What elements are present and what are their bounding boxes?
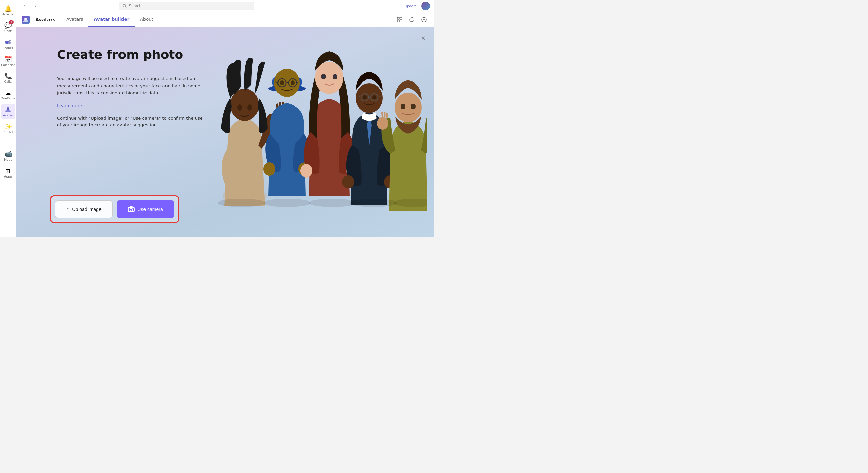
app-title: Avatars xyxy=(35,17,55,22)
svg-line-58 xyxy=(387,113,387,118)
app-header: Avatars Avatars Avatar builder About xyxy=(16,12,434,27)
onedrive-icon: ☁ xyxy=(4,89,12,96)
svg-line-5 xyxy=(125,7,126,8)
sidebar-item-chat[interactable]: 💬 3 Chat xyxy=(1,20,15,35)
upload-label: Upload image xyxy=(72,207,101,212)
learn-more-link[interactable]: Learn more xyxy=(57,103,82,108)
user-avatar[interactable] xyxy=(421,2,430,10)
avatar-sidebar-icon xyxy=(4,106,12,113)
svg-point-52 xyxy=(401,104,405,109)
sidebar-item-onedrive[interactable]: ☁ OneDrive xyxy=(1,87,15,102)
header-icon-1[interactable] xyxy=(395,15,404,24)
update-button[interactable]: Update xyxy=(403,3,419,9)
sidebar-item-activity[interactable]: 🔔 Activity xyxy=(1,3,15,18)
svg-point-17 xyxy=(247,104,252,111)
page-title: Create from photo xyxy=(57,47,206,62)
svg-rect-7 xyxy=(397,17,399,19)
sidebar-item-calendar[interactable]: 📅 Calendar xyxy=(1,53,15,69)
sidebar-label-activity: Activity xyxy=(2,13,14,16)
sidebar-label-copilot: Copilot xyxy=(3,131,14,134)
sidebar-label-meet: Meet xyxy=(4,158,12,162)
svg-point-65 xyxy=(350,199,397,207)
search-icon xyxy=(123,4,127,8)
calls-icon: 📞 xyxy=(4,72,12,80)
avatar-illustration xyxy=(207,34,427,220)
svg-point-48 xyxy=(372,95,376,99)
tab-avatars[interactable]: Avatars xyxy=(61,12,88,27)
tab-about[interactable]: About xyxy=(135,12,158,27)
svg-point-39 xyxy=(300,164,312,178)
camera-label: Use camera xyxy=(137,207,163,212)
svg-point-68 xyxy=(130,208,133,211)
main-content: ‹ › Update Avatars Avatars Avatar builde… xyxy=(16,0,434,237)
teams-icon xyxy=(4,39,12,46)
camera-icon xyxy=(128,206,135,213)
svg-rect-2 xyxy=(8,42,11,44)
search-input[interactable] xyxy=(129,4,250,8)
tab-avatar-builder[interactable]: Avatar builder xyxy=(88,12,135,27)
sidebar-label-calendar: Calendar xyxy=(1,64,15,67)
svg-point-32 xyxy=(280,80,284,85)
header-icon-add[interactable] xyxy=(419,15,429,24)
titlebar-right: Update xyxy=(403,2,430,10)
sidebar-item-teams[interactable]: Teams xyxy=(1,37,15,52)
svg-point-47 xyxy=(363,95,367,99)
back-button[interactable]: ‹ xyxy=(20,2,28,10)
header-icon-refresh[interactable] xyxy=(407,15,417,24)
svg-point-51 xyxy=(395,93,422,122)
chat-badge: 3 xyxy=(9,20,14,24)
svg-line-56 xyxy=(382,112,383,117)
svg-point-41 xyxy=(356,83,383,113)
svg-rect-8 xyxy=(400,17,402,19)
svg-rect-9 xyxy=(397,20,399,22)
apps-icon: ⊞ xyxy=(4,167,12,174)
confirm-text: Continue with "Upload image" or "Use cam… xyxy=(57,115,206,129)
svg-point-37 xyxy=(321,74,326,79)
search-box[interactable] xyxy=(119,2,254,10)
svg-point-36 xyxy=(315,62,343,94)
sidebar-label-onedrive: OneDrive xyxy=(1,97,15,100)
svg-point-34 xyxy=(263,162,275,176)
svg-point-64 xyxy=(309,199,356,207)
sidebar: 🔔 Activity 💬 3 Chat Teams 📅 Calendar 📞 C… xyxy=(0,0,16,237)
svg-point-54 xyxy=(377,117,388,130)
bottom-action-area: ↑ Upload image Use camera xyxy=(50,195,179,223)
svg-point-3 xyxy=(7,107,9,110)
use-camera-button[interactable]: Use camera xyxy=(117,200,174,218)
svg-rect-10 xyxy=(400,20,402,22)
sidebar-item-avatar[interactable]: Avatar xyxy=(1,104,15,119)
svg-point-63 xyxy=(263,199,311,207)
svg-point-53 xyxy=(411,104,416,109)
meet-icon: 📹 xyxy=(4,150,12,158)
forward-button[interactable]: › xyxy=(31,2,39,10)
page-text-content: Create from photo Your image will be use… xyxy=(57,47,206,129)
upload-image-button[interactable]: ↑ Upload image xyxy=(55,200,113,218)
button-group: ↑ Upload image Use camera xyxy=(50,195,179,223)
svg-point-1 xyxy=(9,40,11,42)
svg-point-38 xyxy=(333,74,337,79)
sidebar-item-meet[interactable]: 📹 Meet xyxy=(1,148,15,164)
sidebar-label-avatar: Avatar xyxy=(3,114,13,117)
app-tabs: Avatars Avatar builder About xyxy=(61,12,158,27)
sidebar-label-chat: Chat xyxy=(4,30,12,33)
sidebar-label-apps: Apps xyxy=(4,175,12,179)
titlebar-nav: ‹ › xyxy=(20,2,39,10)
calendar-icon: 📅 xyxy=(4,55,12,63)
sidebar-label-calls: Calls xyxy=(4,80,12,84)
svg-point-4 xyxy=(123,4,126,7)
svg-point-62 xyxy=(218,199,265,207)
sidebar-item-copilot[interactable]: ✨ Copilot xyxy=(1,121,15,136)
avatars-svg xyxy=(207,34,427,213)
upload-icon: ↑ xyxy=(66,206,69,213)
svg-point-49 xyxy=(342,175,354,188)
sidebar-item-apps[interactable]: ⊞ Apps xyxy=(1,165,15,181)
svg-point-16 xyxy=(237,104,242,111)
sidebar-label-teams: Teams xyxy=(3,47,13,50)
sidebar-more-dots: ··· xyxy=(5,139,11,145)
titlebar: ‹ › Update xyxy=(16,0,434,12)
svg-rect-0 xyxy=(5,41,9,44)
close-button[interactable]: × xyxy=(418,32,429,43)
header-right-icons xyxy=(395,15,429,24)
sidebar-item-calls[interactable]: 📞 Calls xyxy=(1,70,15,86)
svg-point-33 xyxy=(291,80,295,85)
